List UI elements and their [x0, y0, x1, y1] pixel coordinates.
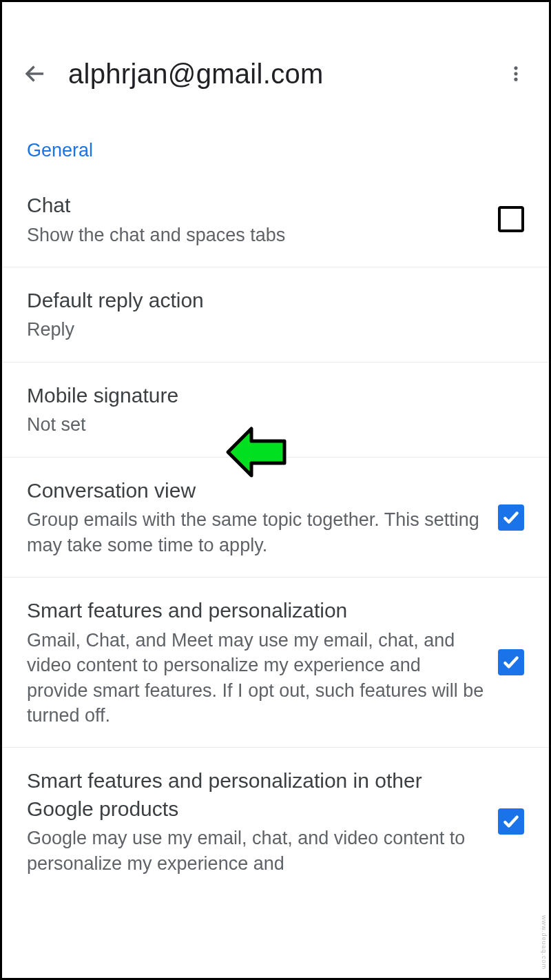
- setting-subtitle: Gmail, Chat, and Meet may use my email, …: [27, 628, 484, 728]
- setting-subtitle: Not set: [27, 412, 510, 437]
- setting-title: Smart features and personalization in ot…: [27, 767, 484, 823]
- watermark: www.deuaq.com: [541, 915, 548, 970]
- checkbox-smart-features-other[interactable]: [498, 808, 524, 835]
- app-header: alphrjan@gmail.com: [2, 30, 549, 112]
- account-email-title: alphrjan@gmail.com: [68, 59, 502, 90]
- setting-text: Chat Show the chat and spaces tabs: [27, 192, 498, 247]
- setting-text: Conversation view Group emails with the …: [27, 477, 498, 558]
- setting-text: Smart features and personalization Gmail…: [27, 597, 498, 728]
- svg-point-2: [514, 72, 517, 75]
- back-arrow-icon[interactable]: [21, 60, 49, 88]
- setting-subtitle: Google may use my email, chat, and video…: [27, 826, 484, 876]
- setting-subtitle: Show the chat and spaces tabs: [27, 223, 484, 247]
- setting-title: Mobile signature: [27, 382, 510, 410]
- svg-point-3: [514, 78, 517, 81]
- setting-title: Smart features and personalization: [27, 597, 484, 625]
- setting-subtitle: Group emails with the same topic togethe…: [27, 507, 484, 558]
- setting-text: Smart features and personalization in ot…: [27, 767, 498, 876]
- more-vert-icon[interactable]: [502, 60, 530, 88]
- checkbox-chat[interactable]: [498, 206, 524, 232]
- setting-text: Default reply action Reply: [27, 287, 524, 343]
- checkbox-smart-features[interactable]: [498, 649, 524, 675]
- setting-conversation-view[interactable]: Conversation view Group emails with the …: [2, 458, 549, 578]
- checkbox-conversation-view[interactable]: [498, 504, 524, 531]
- setting-chat[interactable]: Chat Show the chat and spaces tabs: [2, 172, 549, 267]
- svg-point-1: [514, 66, 517, 70]
- section-label-general: General: [2, 112, 549, 172]
- setting-default-reply[interactable]: Default reply action Reply: [2, 267, 549, 363]
- setting-smart-features[interactable]: Smart features and personalization Gmail…: [2, 578, 549, 748]
- setting-text: Mobile signature Not set: [27, 382, 524, 438]
- setting-smart-features-other[interactable]: Smart features and personalization in ot…: [2, 748, 549, 895]
- setting-mobile-signature[interactable]: Mobile signature Not set: [2, 363, 549, 458]
- setting-title: Conversation view: [27, 477, 484, 505]
- setting-title: Default reply action: [27, 287, 510, 315]
- setting-title: Chat: [27, 192, 484, 220]
- setting-subtitle: Reply: [27, 317, 510, 342]
